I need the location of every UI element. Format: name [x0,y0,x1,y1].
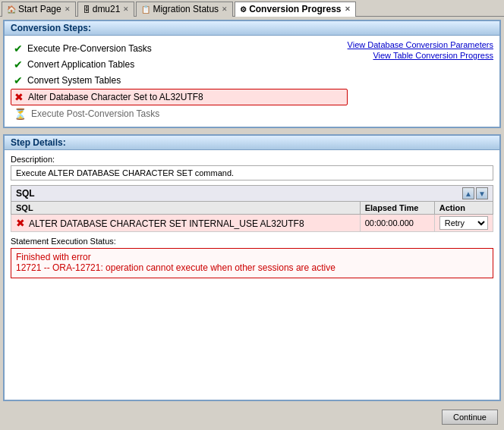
step-2: ✔ Convert Application Tables [11,57,348,72]
tab-dmu21-close[interactable]: ✕ [123,5,129,13]
tab-dmu21-label: dmu21 [93,4,121,14]
steps-list: ✔ Execute Pre-Conversion Tasks ✔ Convert… [11,40,348,122]
main-content: Conversion Steps: ✔ Execute Pre-Conversi… [0,17,504,430]
sql-col-header-sql: SQL [11,202,361,215]
conversion-steps-header: Conversion Steps: [5,21,499,36]
sql-table-header-row: SQL Elapsed Time Action [11,202,493,215]
status-error-line2: 12721 -- ORA-12721: operation cannot exe… [16,262,488,273]
tab-start-page-close[interactable]: ✕ [65,5,71,13]
tab-migration-status-label: Migration Status [153,4,219,14]
step-details-panel: Step Details: Description: Execute ALTER… [3,134,501,401]
tab-start-page-label: Start Page [18,4,61,14]
sql-row-sql-text: ALTER DATABASE CHARACTER SET INTERNAL_US… [29,218,304,229]
sql-scroll-down-button[interactable]: ▼ [476,187,488,199]
description-field: Description: Execute ALTER DATABASE CHAR… [11,155,493,180]
view-table-progress-link[interactable]: View Table Conversion Progress [348,51,493,60]
sql-table: SQL Elapsed Time Action ✖ ALTER DATABASE… [11,201,493,232]
table-row: ✖ ALTER DATABASE CHARACTER SET INTERNAL_… [11,215,493,232]
sql-arrows: ▲ ▼ [462,187,488,199]
sql-row-error-icon: ✖ [16,217,25,229]
sql-row-sql-cell: ✖ ALTER DATABASE CHARACTER SET INTERNAL_… [11,215,361,232]
tab-dmu21[interactable]: 🗄 dmu21 ✕ [77,2,135,17]
step-5-icon: ⏳ [14,108,27,120]
description-label: Description: [11,155,493,164]
step-3: ✔ Convert System Tables [11,73,348,88]
sql-section: SQL ▲ ▼ SQL Elapsed Time Action [11,185,493,232]
status-error-line1: Finished with error [16,252,488,262]
migration-status-icon: 📋 [141,5,150,14]
statement-status-section: Statement Execution Status: Finished wit… [11,237,493,278]
steps-top: ✔ Execute Pre-Conversion Tasks ✔ Convert… [11,40,493,122]
step-1: ✔ Execute Pre-Conversion Tasks [11,41,348,56]
sql-col-header-elapsed: Elapsed Time [360,202,434,215]
view-db-params-link[interactable]: View Database Conversion Parameters [348,40,493,49]
step-5-label: Execute Post-Conversion Tasks [31,108,159,119]
step-5: ⏳ Execute Post-Conversion Tasks [11,106,348,121]
action-select[interactable]: Retry Skip Abort [439,216,488,230]
sql-scroll-up-button[interactable]: ▲ [462,187,474,199]
step-3-label: Convert System Tables [27,75,121,86]
step-details-title: Step Details: [11,137,66,148]
tab-conversion-progress-close[interactable]: ✕ [345,5,351,13]
conversion-progress-icon: ⚙ [240,5,247,14]
steps-links: View Database Conversion Parameters View… [348,40,493,61]
tab-migration-status-close[interactable]: ✕ [222,5,228,13]
sql-label: SQL [16,188,35,199]
tab-conversion-progress[interactable]: ⚙ Conversion Progress ✕ [235,2,355,17]
step-1-label: Execute Pre-Conversion Tasks [27,43,152,54]
step-3-icon: ✔ [14,74,23,86]
tab-migration-status[interactable]: 📋 Migration Status ✕ [136,2,233,17]
dmu21-icon: 🗄 [83,5,90,14]
step-2-label: Convert Application Tables [27,59,134,70]
tab-bar: 🏠 Start Page ✕ 🗄 dmu21 ✕ 📋 Migration Sta… [0,0,504,17]
description-value: Execute ALTER DATABASE CHARACTER SET com… [11,165,493,180]
step-4-icon: ✖ [14,91,24,103]
conversion-steps-panel: Conversion Steps: ✔ Execute Pre-Conversi… [3,20,501,128]
conversion-steps-title: Conversion Steps: [11,23,91,33]
sql-col-header-action: Action [434,202,493,215]
tab-start-page[interactable]: 🏠 Start Page ✕ [2,2,76,17]
conversion-steps-body: ✔ Execute Pre-Conversion Tasks ✔ Convert… [5,36,499,127]
sql-row-action-cell[interactable]: Retry Skip Abort [434,215,493,232]
status-value: Finished with error 12721 -- ORA-12721: … [11,248,493,278]
bottom-bar: Continue [3,407,501,427]
step-4: ✖ Alter Database Character Set to AL32UT… [11,89,348,105]
step-1-icon: ✔ [14,42,23,55]
tab-conversion-progress-label: Conversion Progress [249,4,341,14]
step-details-body: Description: Execute ALTER DATABASE CHAR… [5,150,499,397]
sql-section-header: SQL ▲ ▼ [11,185,493,201]
status-label: Statement Execution Status: [11,237,493,246]
step-4-label: Alter Database Character Set to AL32UTF8 [28,92,203,102]
sql-row-elapsed-cell: 00:00:00.000 [360,215,434,232]
start-page-icon: 🏠 [7,5,16,14]
step-2-icon: ✔ [14,58,23,71]
continue-button[interactable]: Continue [442,410,498,425]
step-details-header: Step Details: [5,136,499,150]
